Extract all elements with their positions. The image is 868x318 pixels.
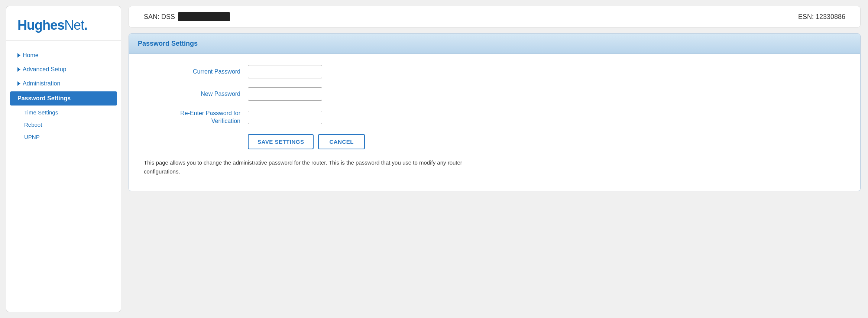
panel-body: Current Password New Password Re-Enter P… bbox=[129, 54, 860, 191]
sidebar-item-advanced-setup[interactable]: Advanced Setup bbox=[6, 62, 121, 77]
panel-header: Password Settings bbox=[129, 34, 860, 54]
current-password-input[interactable] bbox=[248, 65, 322, 78]
logo: HughesNet. bbox=[6, 17, 121, 41]
san-label: SAN: DSS bbox=[144, 13, 175, 21]
esn-label: ESN: 12330886 bbox=[798, 13, 845, 21]
current-password-row: Current Password bbox=[144, 65, 845, 78]
sidebar-item-password-settings[interactable]: Password Settings bbox=[10, 91, 117, 106]
new-password-input[interactable] bbox=[248, 87, 322, 101]
new-password-label: New Password bbox=[144, 90, 240, 98]
sidebar-item-administration[interactable]: Administration bbox=[6, 77, 121, 91]
san-redacted-value bbox=[178, 12, 230, 21]
re-enter-password-input[interactable] bbox=[248, 111, 322, 124]
sidebar: HughesNet. Home Advanced Setup Administr… bbox=[6, 6, 121, 312]
sidebar-item-reboot[interactable]: Reboot bbox=[6, 119, 121, 131]
re-enter-password-label: Re-Enter Password for Verification bbox=[144, 110, 240, 125]
sidebar-item-time-settings[interactable]: Time Settings bbox=[6, 106, 121, 119]
info-text: This page allows you to change the admin… bbox=[144, 158, 478, 176]
info-bar: SAN: DSS ESN: 12330886 bbox=[129, 6, 861, 27]
logo-net: Net bbox=[64, 17, 84, 33]
buttons-row: SAVE SETTINGS CANCEL bbox=[248, 134, 845, 149]
arrow-icon bbox=[17, 53, 20, 58]
arrow-icon bbox=[17, 67, 20, 72]
arrow-icon bbox=[17, 81, 20, 86]
sidebar-item-home[interactable]: Home bbox=[6, 48, 121, 62]
cancel-button[interactable]: CANCEL bbox=[318, 134, 365, 149]
save-settings-button[interactable]: SAVE SETTINGS bbox=[248, 134, 314, 149]
san-section: SAN: DSS bbox=[144, 12, 230, 21]
main-content: SAN: DSS ESN: 12330886 Password Settings… bbox=[121, 0, 868, 318]
logo-hughes: Hughes bbox=[17, 17, 64, 33]
re-enter-password-row: Re-Enter Password for Verification bbox=[144, 110, 845, 125]
current-password-label: Current Password bbox=[144, 68, 240, 76]
new-password-row: New Password bbox=[144, 87, 845, 101]
sidebar-item-upnp[interactable]: UPNP bbox=[6, 131, 121, 143]
password-settings-panel: Password Settings Current Password New P… bbox=[129, 33, 861, 191]
logo-dot: . bbox=[84, 17, 87, 33]
logo-text: HughesNet. bbox=[17, 17, 87, 33]
panel-title: Password Settings bbox=[138, 40, 198, 47]
